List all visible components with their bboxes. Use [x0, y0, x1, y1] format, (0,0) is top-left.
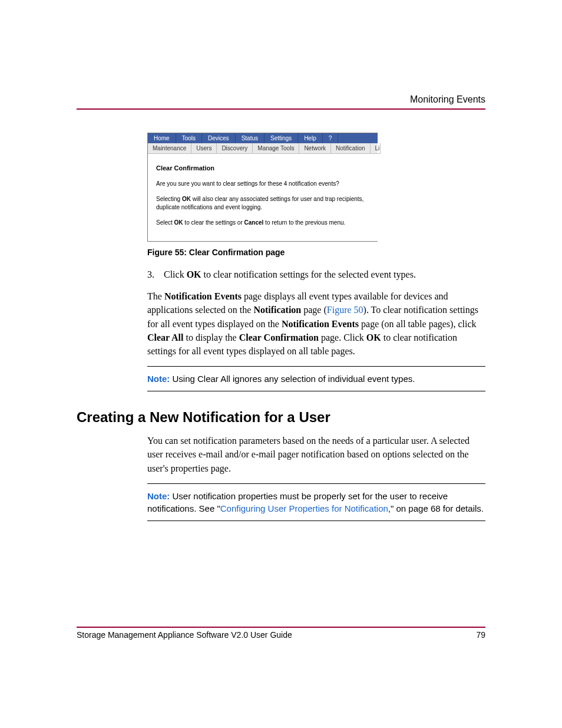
- dialog-line-2: Selecting OK will also clear any associa…: [156, 195, 369, 212]
- figure-50-link[interactable]: Figure 50: [327, 305, 363, 315]
- bold-ok: OK: [182, 196, 191, 202]
- subnav-users: Users: [191, 143, 217, 154]
- nav-devices: Devices: [202, 133, 236, 143]
- bold: Clear Confirmation: [239, 332, 319, 342]
- t: The: [147, 291, 164, 301]
- step-number: 3.: [147, 268, 164, 281]
- screenshot-nav: Home Tools Devices Status Settings Help …: [148, 133, 378, 143]
- config-user-properties-link[interactable]: Configuring User Properties for Notifica…: [220, 503, 388, 513]
- note-clear-all: Note: Using Clear All ignores any select…: [147, 366, 485, 391]
- subnav-truncated: Li: [371, 143, 381, 154]
- footer-guide-title: Storage Management Appliance Software V2…: [77, 630, 292, 640]
- page-footer: Storage Management Appliance Software V2…: [77, 627, 485, 640]
- section-heading: Creating a New Notification for a User: [77, 409, 485, 426]
- bold: Notification: [253, 305, 301, 315]
- bold: Notification Events: [282, 319, 359, 329]
- subnav-notification: Notification: [331, 143, 370, 154]
- figure-screenshot: Home Tools Devices Status Settings Help …: [147, 133, 378, 242]
- header-rule: [77, 108, 485, 110]
- nav-settings: Settings: [265, 133, 298, 143]
- note-text: Using Clear All ignores any selection of…: [170, 374, 415, 384]
- subnav-network: Network: [299, 143, 331, 154]
- t: Selecting: [156, 196, 182, 202]
- t: page (: [301, 305, 327, 315]
- t: page (on all table pages), click: [359, 319, 476, 329]
- t: to clear notification settings for the s…: [201, 269, 416, 279]
- subnav-manage-tools: Manage Tools: [253, 143, 299, 154]
- step-text: Click OK to clear notification settings …: [164, 268, 485, 281]
- nav-home: Home: [148, 133, 176, 143]
- t: to clear the settings or: [183, 219, 244, 226]
- header-title: Monitoring Events: [77, 94, 485, 105]
- t: page. Click: [319, 332, 366, 342]
- dialog-title: Clear Confirmation: [156, 164, 369, 172]
- bold: Clear All: [147, 332, 183, 342]
- bold: OK: [366, 332, 381, 342]
- dialog-line-3: Select OK to clear the settings or Cance…: [156, 219, 369, 227]
- page-header: Monitoring Events: [77, 94, 485, 110]
- t: Click: [164, 269, 187, 279]
- nav-question: ?: [323, 133, 339, 143]
- subnav-maintenance: Maintenance: [148, 143, 191, 154]
- footer-rule: [77, 627, 485, 628]
- t: ," on page 68 for details.: [388, 503, 484, 513]
- dialog-line-1: Are you sure you want to clear settings …: [156, 180, 369, 188]
- t: to display the: [183, 332, 239, 342]
- note-label: Note:: [147, 374, 170, 384]
- subnav-discovery: Discovery: [217, 143, 253, 154]
- paragraph-user-notification: You can set notification parameters base…: [147, 434, 485, 475]
- nav-help: Help: [298, 133, 323, 143]
- paragraph-notification-events: The Notification Events page displays al…: [147, 289, 485, 358]
- bold: Notification Events: [164, 291, 242, 301]
- nav-tools: Tools: [176, 133, 202, 143]
- note-user-properties: Note: User notification properties must …: [147, 483, 485, 521]
- figure-caption: Figure 55: Clear Confirmation page: [147, 248, 485, 257]
- bold-cancel: Cancel: [244, 219, 264, 226]
- step-3: 3. Click OK to clear notification settin…: [147, 268, 485, 281]
- nav-status: Status: [236, 133, 265, 143]
- t: to return to the previous menu.: [263, 219, 345, 226]
- bold-ok: OK: [174, 219, 183, 226]
- note-label: Note:: [147, 491, 170, 501]
- dialog-body: Clear Confirmation Are you sure you want…: [148, 154, 378, 241]
- bold-ok: OK: [187, 269, 201, 279]
- t: Select: [156, 219, 174, 226]
- footer-page-number: 79: [476, 630, 485, 640]
- screenshot-subnav: Maintenance Users Discovery Manage Tools…: [148, 143, 378, 154]
